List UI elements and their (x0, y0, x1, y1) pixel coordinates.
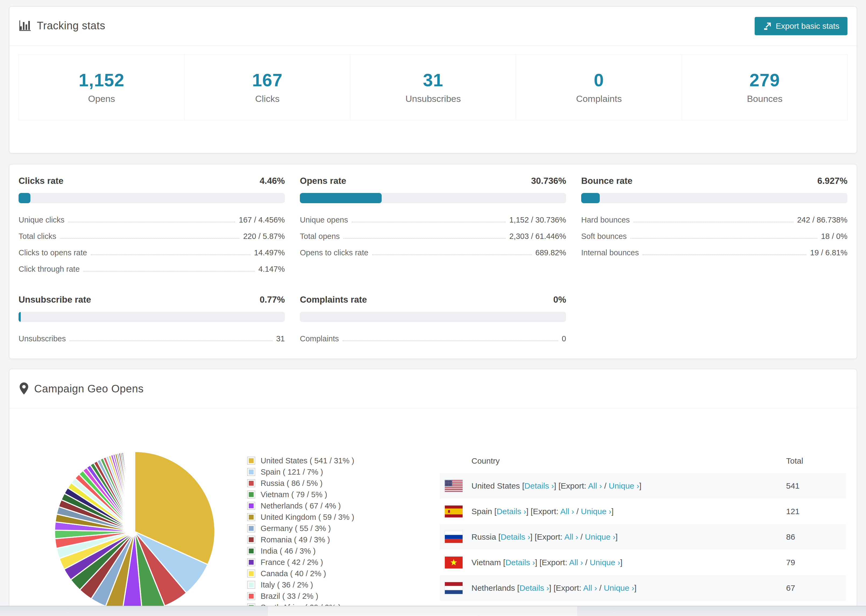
metric-label: Hard bounces (581, 215, 630, 225)
legend-item-united-kingdom: United Kingdom ( 59 / 3% ) (247, 512, 435, 522)
metric-label: Total opens (300, 232, 340, 241)
rate-header: Opens rate30.736% (300, 176, 566, 186)
geo-table-header-row: Country Total (440, 449, 846, 473)
dotted-leader (352, 222, 505, 222)
legend-label: United Kingdom ( 59 / 3% ) (261, 513, 354, 522)
legend-item-italy: Italy ( 36 / 2% ) (247, 580, 435, 590)
page-title: Tracking stats (37, 20, 105, 32)
metric-label: Soft bounces (581, 232, 627, 241)
legend-label: Vietnam ( 79 / 5% ) (261, 490, 327, 499)
stat-card-opens: 1,152Opens (19, 55, 184, 120)
dotted-leader (343, 238, 505, 239)
metric-label: Opens to clicks rate (300, 248, 368, 257)
legend-swatch (247, 490, 255, 498)
legend-item-france: France ( 42 / 2% ) (247, 558, 435, 567)
rate-percent: 30.736% (531, 176, 566, 186)
metric-label: Unique clicks (19, 215, 65, 225)
legend-item-india: India ( 46 / 3% ) (247, 546, 435, 556)
stat-card-clicks: 167Clicks (184, 55, 350, 120)
rate-percent: 6.927% (817, 176, 847, 186)
legend-swatch (247, 536, 255, 544)
export-unique-link[interactable]: Unique › (581, 507, 611, 516)
export-unique-link[interactable]: Unique › (590, 558, 620, 567)
legend-item-spain: Spain ( 121 / 7% ) (247, 467, 435, 477)
flag-vn-icon (444, 556, 463, 569)
metric-label: Clicks to opens rate (19, 248, 87, 257)
details-link[interactable]: Details › (501, 533, 530, 541)
geo-pie-chart[interactable] (52, 449, 217, 614)
metric-row: Total opens2,303 / 61.446% (300, 228, 566, 245)
country-name: Russia (471, 533, 496, 541)
rates-panel: Clicks rate4.46%Unique clicks167 / 4.456… (9, 164, 857, 359)
metric-value: 242 / 86.738% (797, 215, 847, 225)
legend-label: United States ( 541 / 31% ) (261, 456, 354, 465)
flag-ru-icon (444, 531, 463, 543)
export-all-link[interactable]: All › (588, 481, 602, 490)
rate-block-bounce-rate: Bounce rate6.927%Hard bounces242 / 86.73… (581, 176, 847, 277)
map-pin-icon (19, 382, 29, 395)
export-all-link[interactable]: All › (564, 533, 578, 541)
country-name: Vietnam (471, 558, 501, 567)
stat-value: 279 (682, 70, 847, 90)
pie-slice-other-48[interactable] (134, 451, 135, 532)
details-link[interactable]: Details › (524, 481, 554, 490)
export-unique-link[interactable]: Unique › (585, 533, 615, 541)
legend-swatch (247, 502, 255, 510)
rate-title: Clicks rate (19, 176, 63, 186)
details-link[interactable]: Details › (519, 583, 549, 592)
flag-us-icon (444, 480, 463, 492)
stat-value: 1,152 (19, 70, 184, 90)
details-link[interactable]: Details › (505, 558, 535, 567)
metric-value: 19 / 6.81% (810, 248, 847, 257)
metric-value: 220 / 5.87% (243, 232, 285, 241)
column-header-country: Country (440, 456, 786, 465)
export-basic-stats-button[interactable]: Export basic stats (755, 17, 847, 35)
export-unique-link[interactable]: Unique › (609, 481, 639, 490)
metric-row: Internal bounces19 / 6.81% (581, 245, 847, 261)
metric-label: Click through rate (19, 265, 80, 273)
legend-swatch (247, 479, 255, 487)
legend-item-germany: Germany ( 55 / 3% ) (247, 523, 435, 533)
progress-bar (19, 312, 285, 322)
legend-swatch (247, 524, 255, 533)
export-all-link[interactable]: All › (583, 583, 597, 592)
metric-row: Click through rate4.147% (19, 261, 285, 277)
row-total: 67 (786, 583, 846, 592)
rate-title: Complaints rate (300, 295, 367, 305)
metric-label: Complaints (300, 334, 339, 343)
metric-value: 31 (276, 334, 285, 343)
pie-legend: United States ( 541 / 31% )Spain ( 121 /… (247, 456, 435, 614)
dotted-leader (60, 238, 239, 239)
rate-header: Bounce rate6.927% (581, 176, 847, 186)
metric-row: Complaints0 (300, 331, 566, 347)
flag-nl-icon (444, 582, 463, 594)
flag-es-icon (444, 505, 463, 518)
export-all-link[interactable]: All › (569, 558, 583, 567)
progress-bar (300, 193, 566, 203)
metric-value: 0 (562, 334, 566, 343)
tracking-stats-panel: Tracking stats Export basic stats 1,152O… (9, 6, 857, 154)
rate-block-clicks-rate: Clicks rate4.46%Unique clicks167 / 4.456… (19, 176, 285, 277)
tracking-stats-header: Tracking stats Export basic stats (9, 7, 857, 46)
metric-row: Unique clicks167 / 4.456% (19, 212, 285, 228)
stat-label: Complaints (516, 94, 682, 104)
export-unique-link[interactable]: Unique › (604, 583, 634, 592)
row-total: 79 (786, 558, 846, 567)
rate-percent: 0.77% (260, 295, 285, 305)
rate-percent: 0% (553, 295, 566, 305)
legend-item-vietnam: Vietnam ( 79 / 5% ) (247, 490, 435, 499)
metric-row: Opens to clicks rate689.82% (300, 245, 566, 261)
progress-bar (581, 193, 847, 203)
dotted-leader (343, 341, 558, 341)
details-link[interactable]: Details › (496, 507, 526, 516)
metric-row: Total clicks220 / 5.87% (19, 228, 285, 245)
geo-body: United States ( 541 / 31% )Spain ( 121 /… (9, 409, 857, 616)
export-all-link[interactable]: All › (560, 507, 574, 516)
dotted-leader (630, 238, 817, 239)
legend-label: Spain ( 121 / 7% ) (261, 468, 323, 476)
legend-item-brazil: Brazil ( 33 / 2% ) (247, 591, 435, 601)
table-row-spain: Spain [Details ›] [Export: All › / Uniqu… (440, 498, 846, 524)
legend-swatch (247, 457, 255, 465)
country-name: Spain (471, 507, 492, 516)
stat-value: 167 (184, 70, 350, 90)
